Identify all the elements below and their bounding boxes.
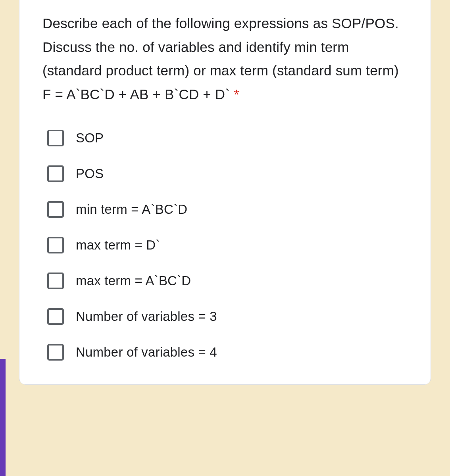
- checkbox-icon: [47, 344, 64, 361]
- question-text: Describe each of the following expressio…: [42, 12, 408, 106]
- option-maxterm-abcd[interactable]: max term = A`BC`D: [47, 273, 408, 289]
- checkbox-icon: [47, 308, 64, 325]
- option-label: Number of variables = 3: [76, 309, 217, 324]
- option-minterm[interactable]: min term = A`BC`D: [47, 201, 408, 218]
- option-sop[interactable]: SOP: [47, 130, 408, 146]
- question-card: Describe each of the following expressio…: [19, 0, 431, 385]
- accent-bar: [0, 359, 6, 476]
- checkbox-icon: [47, 130, 64, 146]
- required-marker: *: [234, 86, 239, 102]
- checkbox-icon: [47, 165, 64, 182]
- checkbox-icon: [47, 237, 64, 253]
- option-label: max term = A`BC`D: [76, 273, 191, 288]
- question-body: Describe each of the following expressio…: [42, 15, 399, 102]
- checkbox-icon: [47, 201, 64, 218]
- option-label: SOP: [76, 131, 104, 146]
- option-pos[interactable]: POS: [47, 165, 408, 182]
- option-vars-4[interactable]: Number of variables = 4: [47, 344, 408, 361]
- option-label: max term = D`: [76, 238, 160, 253]
- option-label: Number of variables = 4: [76, 345, 217, 360]
- checkbox-icon: [47, 273, 64, 289]
- option-vars-3[interactable]: Number of variables = 3: [47, 308, 408, 325]
- options-container: SOP POS min term = A`BC`D max term = D` …: [42, 130, 408, 361]
- option-label: POS: [76, 166, 104, 181]
- option-maxterm-d[interactable]: max term = D`: [47, 237, 408, 253]
- option-label: min term = A`BC`D: [76, 202, 187, 217]
